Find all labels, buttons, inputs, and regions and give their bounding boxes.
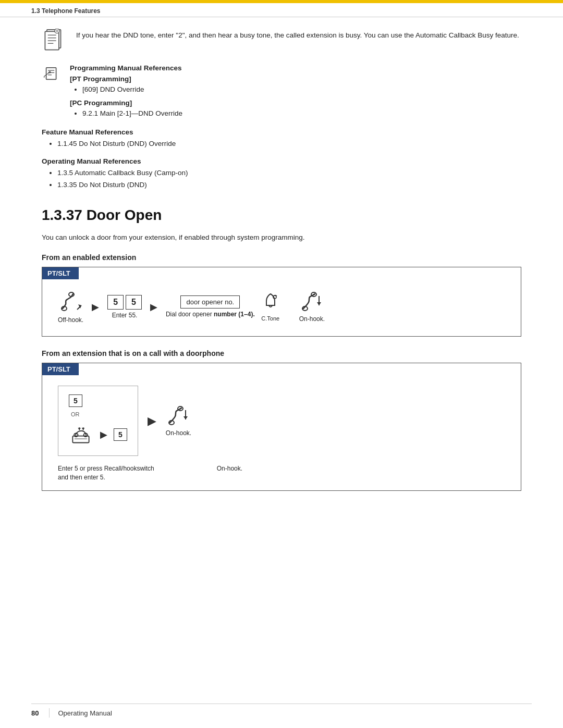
- pt-programming-list: [609] DND Override: [70, 84, 521, 96]
- pt-slt-body-2: 5 OR: [42, 375, 521, 490]
- onhook-label-2: On-hook.: [166, 429, 191, 437]
- pt-programming-label: [PT Programming]: [70, 75, 521, 83]
- keys-55-label: Enter 55.: [112, 312, 138, 319]
- pc-programming-list: 9.2.1 Main [2-1]—DND Override: [70, 108, 521, 120]
- flow-diagram-row: Off-hook. ▶ 5 5 Enter 55. ▶: [58, 290, 505, 324]
- note-block: If you hear the DND tone, enter "2", and…: [42, 28, 521, 54]
- flow-arrow-2: ▶: [150, 301, 157, 313]
- subsection2-heading: From an extension that is on a call with…: [42, 349, 521, 357]
- key-5-bottom: 5: [114, 428, 127, 441]
- pt-slt-box-2: PT/SLT 5 OR: [42, 363, 521, 491]
- offhook-item: Off-hook.: [58, 290, 83, 324]
- footer-label: Operating Manual: [58, 709, 112, 717]
- onhook-label: On-hook.: [299, 315, 325, 323]
- operating-ref-title: Operating Manual References: [42, 157, 521, 165]
- onhook-item: On-hook.: [299, 291, 325, 323]
- main-content: If you hear the DND tone, enter "2", and…: [0, 17, 563, 524]
- svg-marker-31: [82, 428, 85, 430]
- operating-ref-list: 1.3.5 Automatic Callback Busy (Camp-on) …: [42, 167, 521, 191]
- offhook-label: Off-hook.: [58, 316, 83, 324]
- note-paper-icon: [42, 28, 68, 54]
- section-header: 1.3 Telephone Features: [0, 3, 563, 17]
- or-text: OR: [69, 411, 80, 417]
- key-5-first: 5: [107, 295, 124, 310]
- section-intro: You can unlock a door from your extensio…: [42, 232, 521, 243]
- pc-programming-label: [PC Programming]: [70, 99, 521, 107]
- pt-slt-box-1: PT/SLT: [42, 267, 521, 337]
- flow-labels-row: Enter 5 or press Recall/hookswitch and t…: [58, 461, 505, 482]
- ctone-item: C.Tone: [261, 292, 280, 322]
- page: 1.3 Telephone Features If yo: [0, 0, 563, 728]
- section-title: Door Open: [87, 207, 162, 223]
- list-item: 1.1.45 Do Not Disturb (DND) Override: [57, 138, 521, 150]
- prog-ref-title: Programming Manual References: [70, 64, 521, 72]
- flow-arrow-1: ▶: [92, 301, 99, 313]
- list-item: [609] DND Override: [82, 84, 521, 96]
- ctone-icon: [261, 292, 280, 312]
- enter-5-label: Enter 5 or press Recall/hookswitch and t…: [58, 464, 154, 482]
- feature-ref-section: Feature Manual References 1.1.45 Do Not …: [42, 128, 521, 150]
- operating-ref-section: Operating Manual References 1.3.5 Automa…: [42, 157, 521, 191]
- door-opener-box: door opener no.: [180, 295, 240, 309]
- onhook-label-text: On-hook.: [217, 464, 242, 482]
- section-heading: 1.3.37 Door Open: [42, 207, 521, 224]
- left-option-box: 5 OR: [58, 386, 138, 456]
- flow-arrow-left: ▶: [100, 429, 107, 440]
- flow-arrow-center: ▶: [148, 414, 156, 428]
- onhook-phone-icon-2: [167, 405, 190, 427]
- pt-slt-label-2: PT/SLT: [42, 363, 79, 375]
- feature-ref-title: Feature Manual References: [42, 128, 521, 136]
- door-opener-label: Dial door opener number (1–4).: [166, 311, 255, 318]
- list-item: 9.2.1 Main [2-1]—DND Override: [82, 108, 521, 120]
- prog-ref-block: Programming Manual References [PT Progra…: [42, 64, 521, 120]
- note-text: If you hear the DND tone, enter "2", and…: [76, 28, 519, 41]
- onhook-phone-icon: [300, 291, 323, 313]
- svg-marker-35: [183, 416, 188, 419]
- programming-icon: [42, 64, 62, 85]
- pt-slt-body-1: Off-hook. ▶ 5 5 Enter 55. ▶: [42, 279, 521, 336]
- onhook-item-2: On-hook.: [166, 405, 191, 437]
- flow-arrow-3: [288, 301, 291, 312]
- flow-diagram-row-2: 5 OR: [58, 386, 505, 456]
- svg-marker-23: [317, 302, 321, 305]
- recall-hookswitch-icon: [69, 422, 93, 447]
- svg-point-13: [48, 71, 51, 73]
- list-item: 1.3.35 Do Not Disturb (DND): [57, 179, 521, 191]
- feature-ref-list: 1.1.45 Do Not Disturb (DND) Override: [42, 138, 521, 150]
- offhook-phone-icon: [58, 290, 83, 314]
- section-number: 1.3.37: [42, 207, 82, 223]
- subsection1-heading: From an enabled extension: [42, 253, 521, 262]
- svg-marker-29: [78, 428, 81, 430]
- key-5-top: 5: [69, 394, 82, 407]
- prog-ref-content: Programming Manual References [PT Progra…: [70, 64, 521, 120]
- pt-slt-label-1: PT/SLT: [42, 267, 79, 279]
- recall-row: ▶ 5: [69, 422, 127, 447]
- arrow-key5-group: ▶ 5: [98, 428, 127, 441]
- ctone-text: C.Tone: [261, 315, 279, 322]
- keys-55-group: 5 5: [107, 295, 142, 310]
- keys-55-item: 5 5 Enter 55.: [107, 295, 142, 319]
- door-opener-bold: number (1–4).: [214, 311, 255, 318]
- list-item: 1.3.5 Automatic Callback Busy (Camp-on): [57, 167, 521, 179]
- page-footer: 80 Operating Manual: [31, 704, 532, 718]
- footer-divider: [49, 708, 50, 718]
- key-5-second: 5: [126, 295, 142, 310]
- footer-page-number: 80: [31, 709, 39, 717]
- door-opener-item: door opener no. Dial door opener number …: [166, 295, 255, 318]
